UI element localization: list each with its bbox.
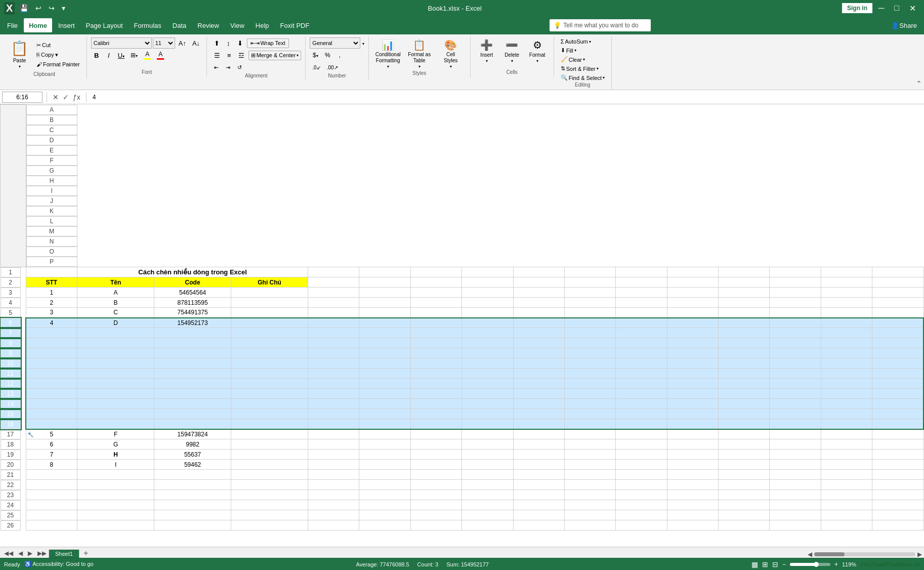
cell-I18[interactable] (513, 439, 564, 450)
maximize-button[interactable]: □ (890, 2, 903, 15)
cell-G23[interactable] (410, 490, 461, 500)
zoom-slider[interactable] (790, 563, 830, 566)
cell-M21[interactable] (719, 470, 770, 480)
cell-F5[interactable] (359, 308, 410, 318)
cell-M15[interactable] (719, 409, 770, 419)
cell-N23[interactable] (770, 490, 821, 500)
cell-J3[interactable] (564, 288, 615, 298)
cell-L1[interactable] (667, 267, 718, 277)
cell-K3[interactable] (616, 288, 667, 298)
cell-P20[interactable] (872, 460, 923, 470)
cell-H8[interactable] (462, 338, 513, 348)
cell-K20[interactable] (616, 460, 667, 470)
cell-B23[interactable] (77, 490, 154, 500)
cell-K22[interactable] (616, 480, 667, 490)
cell-L8[interactable] (667, 338, 718, 348)
cell-P1[interactable] (872, 267, 923, 277)
cell-N2[interactable] (770, 277, 821, 288)
cell-E15[interactable] (308, 409, 359, 419)
cell-B22[interactable] (77, 480, 154, 490)
cell-N12[interactable] (770, 379, 821, 389)
cell-L23[interactable] (667, 490, 718, 500)
cell-J24[interactable] (564, 500, 615, 510)
cell-P9[interactable] (872, 348, 923, 358)
cell-O15[interactable] (821, 409, 872, 419)
cell-C6[interactable]: 154952173 (154, 318, 231, 328)
format-button[interactable]: ⚙ Format ▾ (525, 37, 550, 65)
cell-N3[interactable] (770, 288, 821, 298)
cell-A13[interactable] (26, 389, 77, 399)
cell-D16[interactable] (231, 419, 308, 429)
cell-A1[interactable] (26, 267, 77, 277)
col-header-F[interactable]: F (26, 155, 77, 166)
cell-F18[interactable] (359, 439, 410, 450)
menu-foxit-pdf[interactable]: Foxit PDF (275, 18, 315, 32)
cell-L15[interactable] (667, 409, 718, 419)
cell-H20[interactable] (462, 460, 513, 470)
cell-C2[interactable]: Code (154, 277, 231, 288)
cell-E16[interactable] (308, 419, 359, 429)
cell-E8[interactable] (308, 338, 359, 348)
align-middle-button[interactable]: ↕ (224, 37, 233, 49)
cell-I3[interactable] (513, 288, 564, 298)
cell-I10[interactable] (513, 358, 564, 369)
cell-F2[interactable] (359, 277, 410, 288)
increase-font-size-button[interactable]: A↑ (176, 37, 189, 49)
cell-N18[interactable] (770, 439, 821, 450)
cell-N16[interactable] (770, 419, 821, 429)
zoom-slider-thumb[interactable] (814, 562, 819, 567)
close-button[interactable]: ✕ (905, 2, 920, 15)
cell-J14[interactable] (564, 399, 615, 409)
cell-A15[interactable] (26, 409, 77, 419)
row-header-1[interactable]: 1 (1, 267, 21, 277)
cell-B8[interactable] (77, 338, 154, 348)
cell-O5[interactable] (821, 308, 872, 318)
cell-F1[interactable] (359, 267, 410, 277)
menu-formulas[interactable]: Formulas (129, 18, 166, 32)
cell-F16[interactable] (359, 419, 410, 429)
row-header-8[interactable]: 8 (1, 338, 21, 348)
cell-L11[interactable] (667, 369, 718, 379)
col-header-G[interactable]: G (26, 166, 77, 176)
align-bottom-button[interactable]: ⬇ (234, 37, 246, 49)
cell-B6[interactable]: D (77, 318, 154, 328)
cell-B19[interactable]: H (77, 450, 154, 460)
cell-I26[interactable] (513, 520, 564, 531)
cell-D14[interactable] (231, 399, 308, 409)
cell-G8[interactable] (410, 338, 461, 348)
cell-F7[interactable] (359, 328, 410, 338)
cell-P8[interactable] (872, 338, 923, 348)
cell-B9[interactable] (77, 348, 154, 358)
cell-H25[interactable] (462, 510, 513, 520)
name-box[interactable]: 6:16 (2, 92, 43, 103)
cell-O18[interactable] (821, 439, 872, 450)
cell-H13[interactable] (462, 389, 513, 399)
cell-P21[interactable] (872, 470, 923, 480)
cell-J6[interactable] (564, 318, 615, 328)
cell-N10[interactable] (770, 358, 821, 369)
cell-I4[interactable] (513, 298, 564, 308)
cell-K7[interactable] (616, 328, 667, 338)
tell-me-bar[interactable]: 💡 Tell me what you want to do (550, 19, 651, 31)
cell-K25[interactable] (616, 510, 667, 520)
cell-L14[interactable] (667, 399, 718, 409)
cell-A6[interactable]: 4 (26, 318, 77, 328)
cell-B16[interactable] (77, 419, 154, 429)
cell-M10[interactable] (719, 358, 770, 369)
cell-E5[interactable] (308, 308, 359, 318)
cell-G25[interactable] (410, 510, 461, 520)
cell-J1[interactable] (564, 267, 615, 277)
cell-B14[interactable] (77, 399, 154, 409)
cell-E25[interactable] (308, 510, 359, 520)
cell-K5[interactable] (616, 308, 667, 318)
sheet-scroll-prev-button[interactable]: ◀ (16, 549, 25, 558)
cell-H26[interactable] (462, 520, 513, 531)
hscroll-track[interactable] (814, 552, 915, 556)
cell-P24[interactable] (872, 500, 923, 510)
cell-D20[interactable] (231, 460, 308, 470)
cell-B25[interactable] (77, 510, 154, 520)
col-header-J[interactable]: J (26, 196, 77, 206)
cell-H15[interactable] (462, 409, 513, 419)
cell-M20[interactable] (719, 460, 770, 470)
increase-indent-button[interactable]: ⇥ (223, 62, 233, 73)
